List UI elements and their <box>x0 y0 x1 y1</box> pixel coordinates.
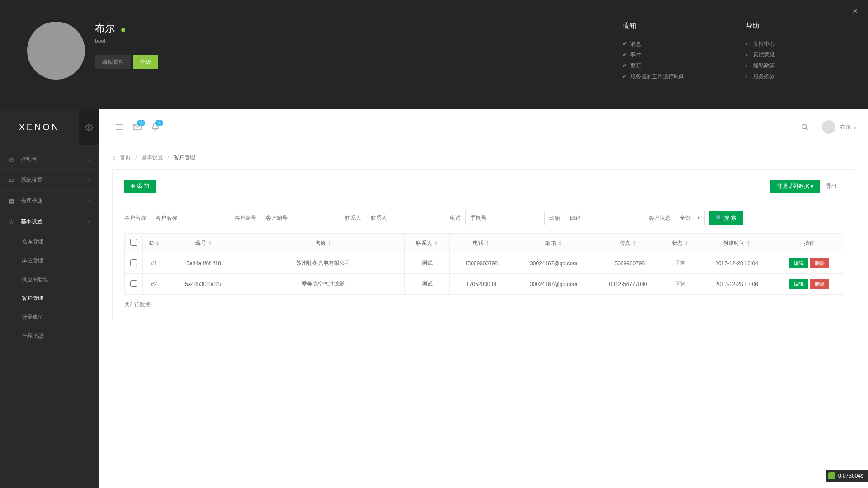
svg-line-6 <box>806 128 808 130</box>
cell-name: 爱美克空气过滤器 <box>242 274 405 295</box>
notify-column: 通知 ✔ 消息 ✔ 事件 ✔ 更新 ✔ 服务器的正常运行时间 <box>605 22 718 82</box>
notifications-badge: 7 <box>155 120 163 126</box>
cell-contact: 测试 <box>405 253 450 274</box>
filter-label-name: 客户名称 <box>124 214 146 222</box>
status-online-icon <box>121 28 125 32</box>
help-column: 帮助 › 支持中心 › 反馈意见 › 隐私政策 › 服务条款 <box>728 22 841 82</box>
export-button[interactable]: 导出 <box>820 180 843 193</box>
search-icon: 🔍 <box>716 215 722 221</box>
sidebar-sub-units[interactable]: 计量单位 <box>0 308 99 327</box>
crumb-basic[interactable]: 基本设置 <box>142 154 163 161</box>
notify-item[interactable]: ✔ 事件 <box>623 49 701 60</box>
filter-label-contact: 联系人 <box>345 214 361 222</box>
cell-code: 5a44a4f6f1f18 <box>165 253 242 274</box>
help-item[interactable]: › 服务条款 <box>745 71 824 82</box>
avatar <box>27 22 85 80</box>
sidebar-item-basic[interactable]: ☆ 基本设置 › <box>0 211 99 232</box>
notify-item[interactable]: ✔ 消息 <box>623 38 701 49</box>
add-button[interactable]: ✚ 添 加 <box>124 180 156 193</box>
chevron-down-icon: › <box>86 221 93 223</box>
brand-logo[interactable]: XENON <box>0 122 79 132</box>
notify-item[interactable]: ✔ 服务器的正常运行时间 <box>623 71 701 82</box>
filter-name-input[interactable] <box>151 211 230 225</box>
customers-table: ID▲▼ 编号▲▼ 名称▲▼ 联系人▲▼ 电话▲▼ 邮箱▲▼ 传真▲▼ 状态▲▼… <box>124 233 843 295</box>
monitor-icon: ▭ <box>9 177 21 183</box>
help-item[interactable]: › 反馈意见 <box>745 49 824 60</box>
close-icon[interactable]: ✕ <box>852 7 858 15</box>
filter-contact-input[interactable] <box>366 211 445 225</box>
chevron-right-icon: › <box>89 177 90 183</box>
user-menu[interactable]: 布尔 ⌄ <box>822 120 857 134</box>
sidebar-sub-location-mgmt[interactable]: 库位管理 <box>0 251 99 270</box>
cell-phone: 15069900798 <box>450 253 513 274</box>
select-all-checkbox[interactable] <box>130 239 137 246</box>
crumb-current: 客户管理 <box>174 154 195 161</box>
filter-email-input[interactable] <box>565 211 644 225</box>
cell-status: 正常 <box>662 274 698 295</box>
sort-icon[interactable]: ▲▼ <box>684 240 689 246</box>
sidebar-item-warehouse[interactable]: ▤ 仓库作业 › <box>0 191 99 211</box>
help-item[interactable]: › 隐私政策 <box>745 60 824 71</box>
sort-icon[interactable]: ▲▼ <box>328 240 332 246</box>
perf-badge: 0.073004s <box>826 470 868 482</box>
cell-fax: 0312-56777890 <box>594 274 662 295</box>
row-checkbox[interactable] <box>130 280 137 287</box>
search-button[interactable] <box>796 118 814 136</box>
sidebar: XENON ◷ 控制台 › ▭ 系统设置 › ▤ 仓库作业 › ☆ <box>0 109 99 488</box>
menu-toggle-button[interactable] <box>110 118 128 136</box>
sort-icon[interactable]: ▲▼ <box>486 240 490 246</box>
edit-profile-button[interactable]: 编辑资料 <box>95 55 131 69</box>
table-row: #15a44a4f6f1f18苏州牧冬光电有限公司测试1506990079830… <box>125 253 843 274</box>
notify-item[interactable]: ✔ 更新 <box>623 60 701 71</box>
edit-button[interactable]: 编辑 <box>789 279 808 289</box>
sidebar-item-console[interactable]: ◷ 控制台 › <box>0 149 99 170</box>
sidebar-sub-warehouse-mgmt[interactable]: 仓库管理 <box>0 232 99 251</box>
sort-icon[interactable]: ▲▼ <box>156 241 160 246</box>
box-icon: ▤ <box>9 198 21 204</box>
sort-icon[interactable]: ▲▼ <box>434 240 438 246</box>
edit-button[interactable]: 编辑 <box>789 258 808 268</box>
chevron-down-icon: ⌄ <box>853 124 857 130</box>
avatar-small <box>822 120 835 134</box>
sort-icon[interactable]: ▲▼ <box>746 240 750 246</box>
messages-button[interactable]: 15 <box>128 118 146 136</box>
plus-icon: ✚ <box>131 183 135 189</box>
sort-icon[interactable]: ▲▼ <box>632 240 637 246</box>
cell-fax: 15069900798 <box>594 253 662 274</box>
row-checkbox[interactable] <box>130 259 137 266</box>
filter-columns-button[interactable]: 过滤某列数据 ▾ <box>770 180 820 193</box>
cell-status: 正常 <box>662 253 698 274</box>
sidebar-sub-customer-mgmt[interactable]: 客户管理 <box>0 289 99 308</box>
gear-icon[interactable] <box>79 109 99 145</box>
delete-button[interactable]: 删除 <box>810 279 829 289</box>
help-item[interactable]: › 支持中心 <box>745 38 824 49</box>
sort-icon[interactable]: ▲▼ <box>558 240 562 246</box>
leaf-icon <box>828 472 835 479</box>
crumb-home[interactable]: 首页 <box>120 154 131 161</box>
filter-code-input[interactable] <box>261 211 340 225</box>
star-icon: ☆ <box>9 219 21 225</box>
search-button[interactable]: 🔍 搜 索 <box>709 211 743 225</box>
sidebar-sub-supplier-mgmt[interactable]: 供应商管理 <box>0 270 99 289</box>
profile-panel: ✕ 布尔 bool 编辑资料 升级 通知 ✔ 消息 ✔ 事件 ✔ 更新 ✔ 服务… <box>0 0 868 109</box>
filter-label-code: 客户编号 <box>235 214 256 222</box>
sidebar-sub-product-type[interactable]: 产品类型 <box>0 327 99 346</box>
sidebar-item-system[interactable]: ▭ 系统设置 › <box>0 170 99 191</box>
filter-status-select[interactable]: 全部 <box>675 211 705 225</box>
filter-bar: 客户名称 客户编号 联系人 电话 邮箱 客户状态 全部 🔍 搜 索 <box>124 211 843 225</box>
filter-phone-input[interactable] <box>465 211 545 225</box>
upgrade-button[interactable]: 升级 <box>133 55 158 69</box>
filter-label-phone: 电话 <box>450 214 461 222</box>
cell-created: 2017-12-28 16:04 <box>698 253 775 274</box>
breadcrumb: ⌂ 首页 / 基本设置 / 客户管理 <box>99 145 868 169</box>
cell-name: 苏州牧冬光电有限公司 <box>242 253 405 274</box>
sort-icon[interactable]: ▲▼ <box>208 240 212 246</box>
delete-button[interactable]: 删除 <box>810 258 829 268</box>
notifications-button[interactable]: 7 <box>146 118 165 136</box>
cell-contact: 测试 <box>405 274 450 295</box>
user-name: 布尔 <box>840 123 851 131</box>
cell-created: 2017-12-28 17:06 <box>698 274 775 295</box>
caret-down-icon: ▾ <box>811 183 813 189</box>
table-row: #25a44b3f23a31c爱美克空气过滤器测试170528008930024… <box>125 274 843 295</box>
filter-label-status: 客户状态 <box>649 214 670 222</box>
